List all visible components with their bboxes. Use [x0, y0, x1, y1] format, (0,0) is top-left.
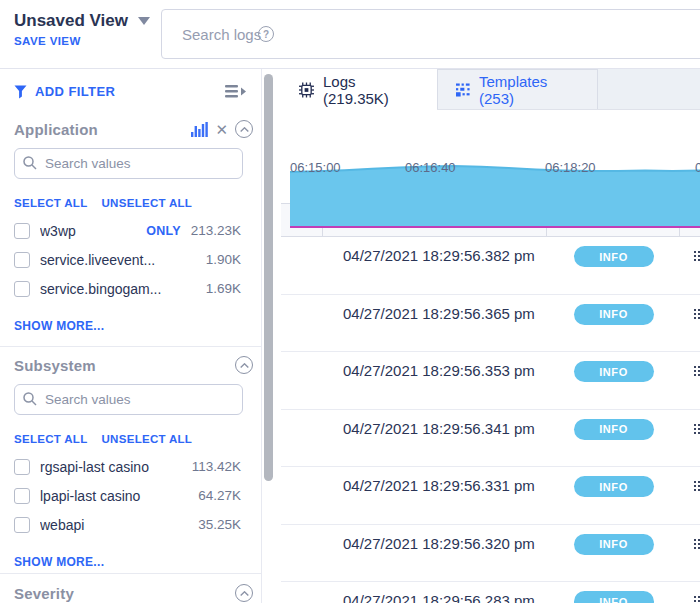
view-selector[interactable]: Unsaved View	[14, 11, 150, 31]
subsystem-search	[14, 384, 243, 415]
collapse-sidebar-icon[interactable]	[225, 85, 247, 98]
filter-item[interactable]: w3wp ONLY 213.23K	[14, 216, 241, 245]
tab-templates-label: Templates (253)	[479, 73, 579, 107]
filter-value-label: w3wp	[40, 223, 146, 239]
checkbox[interactable]	[14, 252, 30, 268]
tab-bar: Logs (219.35K) Templates (253)	[281, 69, 700, 110]
severity-badge: INFO	[574, 361, 654, 382]
log-timestamp: 04/27/2021 18:29:56.320 pm	[323, 525, 547, 582]
table-row[interactable]: 04/27/2021 18:29:56.353 pm INFO	[281, 352, 700, 410]
divider	[0, 573, 261, 574]
severity-badge: INFO	[574, 534, 654, 555]
severity-badge: INFO	[574, 419, 654, 440]
vertical-scrollbar[interactable]	[264, 74, 273, 481]
select-all-button[interactable]: SELECT ALL	[14, 433, 88, 444]
save-view-button[interactable]: SAVE VIEW	[14, 35, 150, 47]
chip-icon	[299, 82, 314, 98]
search-icon	[23, 156, 37, 170]
add-filter-button[interactable]: ADD FILTER	[14, 84, 115, 99]
section-title: Application	[14, 121, 98, 138]
x-axis-tick: 06:16:40	[405, 160, 456, 175]
collapse-section-icon[interactable]	[235, 356, 253, 374]
checkbox[interactable]	[14, 223, 30, 239]
x-axis-tick: 06:18:20	[545, 160, 596, 175]
section-header-severity: Severity	[14, 583, 253, 603]
log-timestamp: 04/27/2021 18:29:56.331 pm	[323, 467, 547, 524]
top-bar: Unsaved View SAVE VIEW ?	[0, 0, 700, 69]
table-row[interactable]: 04/27/2021 18:29:56.365 pm INFO	[281, 295, 700, 353]
x-axis-tick: 0	[695, 160, 700, 175]
filter-value-label: lpapi-last casino	[40, 488, 189, 504]
log-timestamp: 04/27/2021 18:29:56.353 pm	[323, 352, 547, 409]
unselect-all-button[interactable]: UNSELECT ALL	[102, 433, 193, 444]
table-row[interactable]: 04/27/2021 18:29:56.331 pm INFO	[281, 467, 700, 525]
show-more-button[interactable]: SHOW MORE...	[14, 319, 261, 331]
filters-sidebar: ADD FILTER Application ✕	[0, 69, 262, 603]
log-text-icon	[694, 251, 698, 261]
search-values-input[interactable]	[14, 384, 243, 415]
search-values-input[interactable]	[14, 148, 243, 179]
search-icon	[23, 392, 37, 406]
section-title: Severity	[14, 585, 74, 602]
area-chart	[290, 153, 700, 228]
collapse-section-icon[interactable]	[235, 584, 253, 602]
divider	[0, 346, 261, 347]
value-count: 113.42K	[189, 459, 241, 474]
graph-icon[interactable]	[191, 122, 208, 137]
x-axis-tick: 06:15:00	[290, 160, 341, 175]
table-row[interactable]: 04/27/2021 18:29:56.283 pm INFO	[281, 582, 700, 603]
log-timestamp: 04/27/2021 18:29:56.365 pm	[323, 295, 547, 352]
tab-templates[interactable]: Templates (253)	[437, 69, 598, 109]
chevron-down-icon	[138, 17, 150, 25]
filter-item[interactable]: service.liveevent... 1.90K	[14, 245, 241, 274]
filter-icon	[14, 85, 27, 99]
tab-logs-label: Logs (219.35K)	[323, 73, 419, 107]
severity-badge: INFO	[574, 246, 654, 267]
checkbox[interactable]	[14, 459, 30, 475]
value-count: 64.27K	[189, 488, 241, 503]
tab-logs[interactable]: Logs (219.35K)	[281, 69, 437, 110]
filter-value-label: service.liveevent...	[40, 252, 189, 268]
log-timestamp: 04/27/2021 18:29:56.382 pm	[323, 237, 547, 294]
main-content: Logs (219.35K) Templates (253) 06:15:00 …	[281, 69, 700, 603]
section-header-subsystem: Subsystem	[14, 355, 253, 375]
remove-filter-icon[interactable]: ✕	[215, 122, 228, 137]
log-timestamp: 04/27/2021 18:29:56.283 pm	[323, 582, 547, 603]
filter-item[interactable]: lpapi-last casino 64.27K	[14, 481, 241, 510]
view-title: Unsaved View	[14, 11, 128, 31]
table-row[interactable]: 04/27/2021 18:29:56.341 pm INFO	[281, 410, 700, 468]
table-row[interactable]: 04/27/2021 18:29:56.382 pm INFO	[281, 237, 700, 295]
log-rows: 04/27/2021 18:29:56.382 pm INFO 04/27/20…	[281, 237, 700, 603]
log-text-icon	[694, 309, 698, 319]
filter-value-label: webapi	[40, 517, 189, 533]
view-title-block: Unsaved View SAVE VIEW	[14, 11, 150, 47]
search-logs-input[interactable]	[161, 9, 700, 59]
help-icon[interactable]: ?	[258, 26, 274, 42]
filter-item[interactable]: rgsapi-last casino 113.42K	[14, 452, 241, 481]
severity-badge: INFO	[574, 591, 654, 603]
log-text-icon	[694, 424, 698, 434]
filter-value-label: service.bingogam...	[40, 281, 189, 297]
value-count: 213.23K	[189, 223, 241, 238]
log-text-icon	[694, 366, 698, 376]
logs-volume-chart[interactable]: 06:15:00 06:16:40 06:18:20 0	[281, 110, 700, 203]
log-text-icon	[694, 481, 698, 491]
section-title: Subsystem	[14, 357, 96, 374]
checkbox[interactable]	[14, 488, 30, 504]
checkbox[interactable]	[14, 281, 30, 297]
unselect-all-button[interactable]: UNSELECT ALL	[102, 197, 193, 208]
filter-item[interactable]: service.bingogam... 1.69K	[14, 274, 241, 303]
table-row[interactable]: 04/27/2021 18:29:56.320 pm INFO	[281, 525, 700, 583]
checkbox[interactable]	[14, 517, 30, 533]
show-more-button[interactable]: SHOW MORE...	[14, 555, 261, 567]
log-timestamp: 04/27/2021 18:29:56.341 pm	[323, 410, 547, 467]
section-header-application: Application ✕	[14, 119, 253, 139]
add-filter-label: ADD FILTER	[35, 84, 115, 99]
filter-item[interactable]: webapi 35.25K	[14, 510, 241, 539]
only-button[interactable]: ONLY	[146, 224, 181, 238]
value-count: 35.25K	[189, 517, 241, 532]
log-text-icon	[694, 596, 698, 603]
collapse-section-icon[interactable]	[235, 120, 253, 138]
application-search	[14, 148, 243, 179]
select-all-button[interactable]: SELECT ALL	[14, 197, 88, 208]
